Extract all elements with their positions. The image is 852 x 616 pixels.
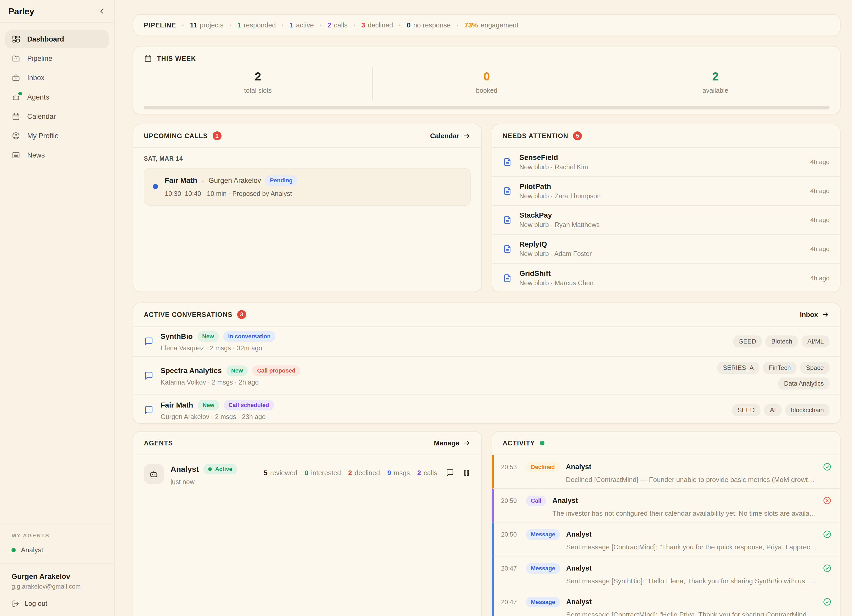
stat-projects: 11projects (176, 21, 224, 29)
inbox-link-label: Inbox (800, 310, 818, 319)
conversation-spectra-analytics[interactable]: Spectra Analytics New Call proposed Kata… (133, 357, 840, 395)
file-text-icon (503, 157, 512, 167)
activity-card: ACTIVITY 20:53 Declined Analyst Declined… (492, 431, 840, 616)
success-icon (823, 462, 832, 471)
activity-time: 20:50 (501, 497, 526, 505)
sidebar-item-agents[interactable]: Agents (5, 88, 109, 106)
item-detail: New blurb · Rachel Kim (520, 163, 803, 171)
message-square-icon (144, 405, 153, 415)
activity-header: ACTIVITY (492, 432, 840, 455)
activity-agent: Analyst (566, 598, 817, 606)
logout-button[interactable]: Log out (12, 599, 103, 608)
sidebar-item-news[interactable]: News (5, 146, 109, 164)
conversation-synthbio[interactable]: SynthBio New In conversation Elena Vasqu… (133, 327, 840, 357)
item-detail: New blurb · Marcus Chen (520, 279, 803, 287)
event-card[interactable]: Fair Math · Gurgen Arakelov Pending 10:3… (144, 168, 471, 206)
agent-chat-button[interactable] (446, 468, 454, 477)
pipeline-stats: 11projects 1responded 1active 2calls 3de… (176, 21, 518, 29)
item-detail: New blurb · Zara Thompson (520, 192, 803, 200)
activity-body: Analyst The investor has not configured … (552, 496, 817, 518)
sidebar-item-calendar[interactable]: Calendar (5, 108, 109, 125)
tag: SEED (733, 336, 762, 348)
conversation-fair-math[interactable]: Fair Math New Call scheduled Gurgen Arak… (133, 395, 840, 425)
tag: AI (764, 404, 782, 416)
agent-online-dot (18, 92, 22, 95)
agent-pause-button[interactable] (462, 468, 471, 477)
activity-item[interactable]: 20:47 Message Analyst Sent message [Synt… (492, 556, 840, 590)
manage-link[interactable]: Manage (434, 439, 471, 447)
company-name: Spectra Analytics (160, 366, 222, 375)
status-pill: Call proposed (252, 366, 300, 376)
sidebar-nav: Dashboard Pipeline Inbox Agents Calendar… (0, 23, 114, 173)
logout-label: Log out (24, 599, 47, 608)
stat-interested: 0interested (305, 469, 341, 477)
new-pill: New (198, 331, 219, 342)
tag: Space (800, 362, 829, 374)
activity-kind-pill: Declined (526, 462, 560, 472)
active-conversations-header: ACTIVE CONVERSATIONS 3 Inbox (133, 303, 840, 327)
activity-text: Sent message [ContractMind]: "Hello Priy… (566, 611, 817, 616)
activity-item[interactable]: 20:50 Message Analyst Sent message [Cont… (492, 523, 840, 556)
message-square-icon (446, 468, 454, 477)
calendar-link[interactable]: Calendar (430, 132, 471, 140)
activity-agent: Analyst (566, 564, 817, 572)
stat-no-response: 0no response (393, 21, 450, 29)
app: Parley Dashboard Pipeline Inbox Agents (0, 0, 852, 616)
activity-item[interactable]: 20:53 Declined Analyst Declined [Contrac… (492, 455, 840, 489)
chevron-left-icon (98, 7, 106, 15)
needs-attention-badge: 5 (573, 131, 582, 140)
arrow-right-icon (822, 310, 829, 318)
sidebar-item-label: Inbox (27, 74, 44, 82)
user-email: g.g.arakelov@gmail.com (12, 583, 103, 590)
calendar-icon (12, 112, 20, 121)
activity-time: 20:47 (501, 565, 526, 572)
tag: Data Analytics (778, 378, 829, 390)
item-time: 4h ago (810, 245, 829, 253)
sidebar-spacer (0, 173, 114, 524)
sidebar-agent-analyst[interactable]: Analyst (12, 546, 103, 557)
sidebar-collapse-button[interactable] (98, 7, 106, 15)
needs-attention-title: NEEDS ATTENTION (503, 132, 568, 140)
sidebar-item-label: Pipeline (27, 54, 52, 63)
event-status-pill: Pending (265, 175, 298, 186)
sidebar-item-inbox[interactable]: Inbox (5, 69, 109, 87)
sidebar-header: Parley (0, 0, 114, 23)
folder-icon (12, 54, 20, 63)
attention-item-pilotpath[interactable]: PilotPathNew blurb · Zara Thompson 4h ag… (492, 177, 840, 206)
stat-reviewed: 5reviewed (264, 469, 298, 477)
agent-row-analyst[interactable]: Analyst Active just now 5reviewed 0inter… (133, 455, 481, 494)
activity-text: Sent message [SynthBio]: "Hello Elena, T… (566, 577, 817, 585)
sidebar-item-my-profile[interactable]: My Profile (5, 127, 109, 145)
message-square-icon (144, 337, 153, 346)
attention-item-replyiq[interactable]: ReplyIQNew blurb · Adam Foster 4h ago (492, 235, 840, 264)
inbox-link[interactable]: Inbox (800, 310, 829, 319)
activity-item[interactable]: 20:50 Call Analyst The investor has not … (492, 489, 840, 523)
attention-item-sensefield[interactable]: SenseFieldNew blurb · Rachel Kim 4h ago (492, 148, 840, 177)
item-time: 4h ago (810, 216, 829, 224)
sidebar-item-label: My Profile (27, 132, 59, 140)
stat-calls: 2calls (314, 21, 347, 29)
event-person: Gurgen Arakelov (208, 176, 261, 185)
tag: FinTech (763, 362, 796, 374)
bot-icon (12, 93, 20, 102)
sidebar-item-pipeline[interactable]: Pipeline (5, 50, 109, 68)
newspaper-icon (12, 151, 20, 160)
activity-item[interactable]: 20:47 Message Analyst Sent message [Cont… (492, 590, 840, 616)
bot-avatar (144, 464, 164, 484)
file-text-icon (503, 244, 512, 254)
attention-item-gridshift[interactable]: GridShiftNew blurb · Marcus Chen 4h ago (492, 264, 840, 292)
main-content: PIPELINE 11projects 1responded 1active 2… (115, 0, 852, 616)
logout-icon (12, 600, 20, 608)
event-dot (153, 184, 158, 189)
tag: blockcchain (785, 404, 829, 416)
sidebar-item-label: Calendar (27, 113, 56, 121)
my-agents-label: MY AGENTS (12, 532, 103, 539)
upcoming-calls-body: SAT, MAR 14 Fair Math · Gurgen Arakelov … (133, 148, 481, 213)
activity-body: Analyst Sent message [ContractMind]: "He… (566, 597, 817, 616)
sidebar-item-dashboard[interactable]: Dashboard (5, 30, 109, 48)
pipeline-summary-bar: PIPELINE 11projects 1responded 1active 2… (133, 14, 840, 36)
stat-engagement: 73%engagement (450, 21, 518, 29)
conversation-tags: SERIES_A FinTech Space Data Analytics (709, 362, 829, 390)
agents-title: AGENTS (144, 440, 173, 447)
attention-item-stackpay[interactable]: StackPayNew blurb · Ryan Matthews 4h ago (492, 206, 840, 235)
